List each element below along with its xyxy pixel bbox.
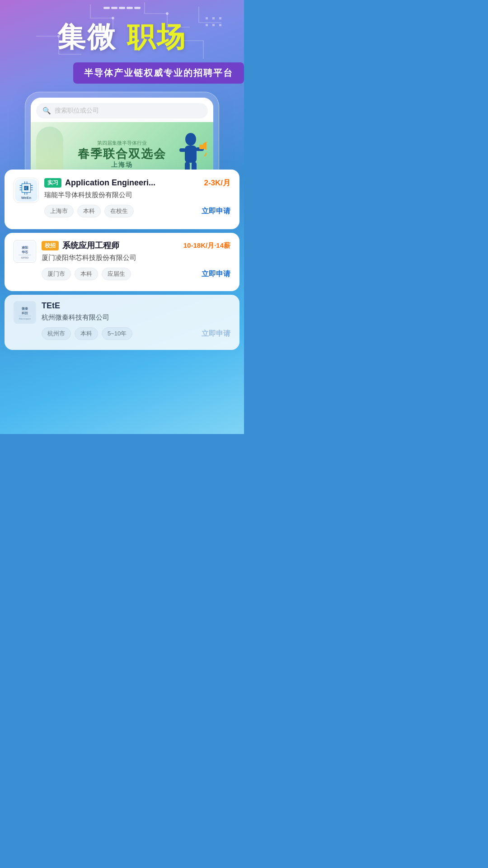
job-card-3-tags-row: 杭州市 本科 5~10年 立即申请 [42,327,230,340]
job-card-1-tag: 实习 [44,178,61,188]
job-card-3-tag-city: 杭州市 [42,327,71,340]
job-card-1-header: WeEn 实习 Application Engineeri... 2-3K/月 … [14,178,230,217]
job-card-3-name: TEtE [42,301,230,311]
banner-line1: 春季联合双选会 [78,147,166,161]
job-card-3-logo: 微秦 科技 Microquin [14,301,36,324]
job-card-1-title-area: 实习 Application Engineeri... 2-3K/月 瑞能半导体… [44,178,230,217]
search-input-placeholder: 搜索职位或公司 [55,107,99,115]
job-card-1-tag-edu: 本科 [77,205,101,217]
svg-rect-10 [185,146,197,163]
job-card-2-tag: 校招 [42,241,59,250]
ween-logo-text: WeEn [21,196,31,200]
job-card-1-logo: WeEn [14,178,39,203]
search-bar[interactable]: 🔍 搜索职位或公司 [36,103,208,118]
banner-location: 上海场 [78,161,166,168]
status-bar-dots [103,7,141,9]
job-card-1-apply-btn[interactable]: 立即申请 [202,207,230,216]
job-card-2-logo: 凌阳 华芯 SPRD [14,240,36,263]
hero-title: 集微 职场 [9,22,235,52]
status-bar [0,0,244,13]
job-card-2-title-row: 校招 系统应用工程师 10-18K/月·14薪 [42,240,230,251]
job-card-1-tags-row: 上海市 本科 在校生 立即申请 [44,205,230,217]
job-card-2-tag-exp: 应届生 [102,268,131,280]
ween-logo: WeEn [15,179,38,202]
job-card-2-tag-city: 厦门市 [42,268,71,280]
job-card-2-name: 系统应用工程师 [62,240,180,251]
job-card-1-name: Application Engineeri... [65,178,200,188]
ween-chip-svg [19,181,33,195]
job-card-2-company: 厦门凌阳华芯科技股份有限公司 [42,254,230,262]
svg-text:华芯: 华芯 [21,250,28,254]
job-card-1-tag-city: 上海市 [44,205,74,217]
svg-text:凌阳: 凌阳 [22,245,28,249]
hero-section: 集微 职场 [0,13,244,57]
job-card-3-title-row: TEtE [42,301,230,311]
svg-text:微秦: 微秦 [21,307,28,311]
job-card-1[interactable]: WeEn 实习 Application Engineeri... 2-3K/月 … [5,170,239,229]
subtitle-banner: 半导体产业链权威专业的招聘平台 [73,62,244,84]
svg-text:科技: 科技 [21,311,28,315]
job-card-2-apply-btn[interactable]: 立即申请 [202,269,230,279]
svg-line-15 [205,153,206,156]
job-card-3-tag-exp: 5~10年 [102,327,132,340]
job-card-3[interactable]: 微秦 科技 Microquin TEtE 杭州微秦科技有限公司 杭州市 本科 5… [5,295,239,350]
job-card-3-company: 杭州微秦科技有限公司 [42,313,230,322]
job-card-2-salary: 10-18K/月·14薪 [183,241,230,250]
subtitle-text: 半导体产业链权威专业的招聘平台 [84,68,233,78]
job-card-1-company: 瑞能半导体科技股份有限公司 [44,191,230,199]
svg-rect-14 [199,145,204,149]
search-icon: 🔍 [42,107,51,115]
job-card-1-salary: 2-3K/月 [204,178,230,188]
hero-title-yellow: 职场 [127,21,187,52]
job-card-3-tag-edu: 本科 [75,327,98,340]
lingyang-logo-svg: 凌阳 华芯 SPRD [15,241,35,261]
job-card-1-tag-exp: 在校生 [104,205,134,217]
banner-main-title: 春季联合双选会 上海场 [78,147,166,168]
job-card-3-apply-btn[interactable]: 立即申请 [202,329,230,339]
svg-text:SPRD: SPRD [21,256,29,259]
search-bar-container: 🔍 搜索职位或公司 [31,98,213,122]
hero-title-white: 集微 [57,21,117,52]
job-card-1-title-row: 实习 Application Engineeri... 2-3K/月 [44,178,230,188]
job-card-2-tags-row: 厦门市 本科 应届生 立即申请 [42,268,230,280]
job-card-2[interactable]: 凌阳 华芯 SPRD 校招 系统应用工程师 10-18K/月·14薪 厦门凌阳华… [5,233,239,291]
job-card-3-header: 微秦 科技 Microquin TEtE 杭州微秦科技有限公司 杭州市 本科 5… [14,301,230,340]
svg-rect-11 [179,148,186,152]
svg-text:Microquin: Microquin [19,317,31,320]
banner-small-title: 第四届集微半导体行业 [78,140,166,146]
job-card-3-title-area: TEtE 杭州微秦科技有限公司 杭州市 本科 5~10年 立即申请 [42,301,230,340]
banner-content: 第四届集微半导体行业 春季联合双选会 上海场 [78,140,166,168]
job-card-2-title-area: 校招 系统应用工程师 10-18K/月·14薪 厦门凌阳华芯科技股份有限公司 厦… [42,240,230,280]
microquin-logo-svg: 微秦 科技 Microquin [15,302,35,322]
job-card-2-header: 凌阳 华芯 SPRD 校招 系统应用工程师 10-18K/月·14薪 厦门凌阳华… [14,240,230,280]
svg-point-9 [185,133,196,146]
job-card-2-tag-edu: 本科 [75,268,98,280]
